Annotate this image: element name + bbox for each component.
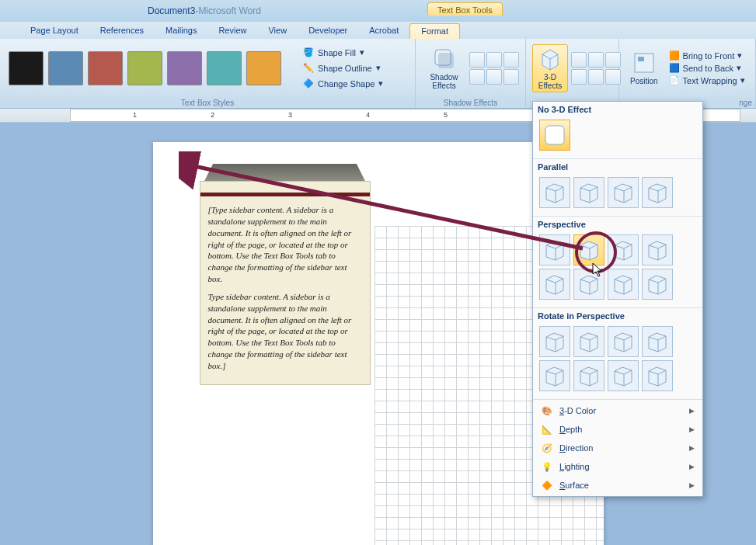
- sidebar-paragraph[interactable]: Type sidebar content. A sidebar is a sta…: [208, 291, 362, 372]
- 3d-tilt-4[interactable]: [571, 69, 587, 85]
- style-swatch-5[interactable]: [207, 51, 242, 85]
- position-button[interactable]: Position: [625, 49, 663, 87]
- bring-to-front-button[interactable]: 🟧 Bring to Front ▾: [667, 50, 747, 61]
- shadow-nudge-center[interactable]: [486, 52, 502, 68]
- group-label-styles: Text Box Styles: [0, 97, 415, 108]
- surface-icon: 🔶: [541, 479, 553, 491]
- perspective-grid-thumb-3[interactable]: [642, 234, 673, 266]
- document-title: Document3: [148, 5, 195, 16]
- dropdown-arrow-icon: ▾: [737, 50, 742, 61]
- tab-review[interactable]: Review: [207, 23, 257, 38]
- bucket-icon: 🪣: [303, 47, 314, 58]
- ruler-mark: 1: [133, 111, 137, 119]
- rotate-grid-thumb-0[interactable]: [539, 326, 570, 357]
- text-wrap-icon: 📄: [669, 75, 680, 85]
- surface-label: Surface: [559, 481, 589, 490]
- 3d-tilt-3[interactable]: [605, 52, 621, 68]
- lighting-icon: 💡: [541, 460, 553, 473]
- lighting-menu[interactable]: 💡 Lighting ▶: [533, 457, 702, 476]
- rotate-grid-thumb-7[interactable]: [642, 360, 673, 391]
- rotate-grid-thumb-5[interactable]: [573, 360, 604, 391]
- parallel-grid-thumb-3[interactable]: [642, 177, 673, 208]
- rotate-grid-thumb-3[interactable]: [642, 326, 673, 357]
- 3d-tilt-6[interactable]: [605, 69, 621, 85]
- group-label-shadow: Shadow Effects: [416, 97, 525, 108]
- tab-acrobat[interactable]: Acrobat: [358, 23, 409, 38]
- perspective-grid-thumb-5[interactable]: [573, 269, 604, 300]
- svg-marker-25: [580, 276, 597, 294]
- depth-menu[interactable]: 📐 Depth ▶: [533, 420, 702, 439]
- 3d-tilt-2[interactable]: [588, 52, 604, 68]
- shape-fill-label: Shape Fill: [318, 48, 356, 57]
- position-icon: [632, 50, 657, 75]
- perspective-grid-thumb-7[interactable]: [642, 269, 673, 300]
- send-to-back-button[interactable]: 🟦 Send to Back ▾: [667, 62, 747, 74]
- shape-fill-button[interactable]: 🪣 Shape Fill ▾: [300, 46, 386, 60]
- shadow-nudge-left[interactable]: [469, 69, 485, 85]
- direction-menu[interactable]: 🧭 Direction ▶: [533, 439, 702, 457]
- rotate-grid-thumb-2[interactable]: [608, 326, 639, 357]
- text-wrapping-button[interactable]: 📄 Text Wrapping ▾: [667, 75, 747, 86]
- sidebar-textbox[interactable]: [Type sidebar content. A sidebar is a st…: [200, 164, 371, 385]
- svg-marker-37: [649, 333, 666, 352]
- rotate-grid-thumb-4[interactable]: [539, 360, 570, 391]
- shadow-nudge-right[interactable]: [503, 52, 519, 68]
- tab-developer[interactable]: Developer: [298, 23, 358, 38]
- svg-marker-7: [546, 184, 563, 203]
- app-name: Microsoft Word: [198, 5, 260, 16]
- tab-mailings[interactable]: Mailings: [155, 23, 207, 38]
- style-swatch-0[interactable]: [9, 51, 44, 85]
- 3d-effects-button[interactable]: 3-D Effects: [532, 44, 568, 92]
- ruler-mark: 2: [211, 111, 214, 119]
- style-swatch-2[interactable]: [88, 51, 123, 85]
- svg-marker-29: [649, 276, 666, 294]
- svg-marker-15: [546, 241, 563, 260]
- parallel-grid-thumb-2[interactable]: [608, 177, 639, 208]
- shadow-effects-button[interactable]: Shadow Effects: [422, 45, 466, 92]
- perspective-grid-thumb-1[interactable]: [573, 234, 604, 266]
- svg-marker-33: [580, 333, 597, 352]
- dd-section-perspective: Perspective: [538, 220, 698, 229]
- shape-outline-button[interactable]: ✏️ Shape Outline ▾: [300, 61, 386, 75]
- svg-marker-45: [649, 367, 666, 386]
- change-shape-button[interactable]: 🔷 Change Shape ▾: [300, 77, 386, 91]
- parallel-grid-thumb-1[interactable]: [573, 177, 604, 208]
- 3d-none-thumb[interactable]: [539, 120, 570, 151]
- rotate-grid-thumb-1[interactable]: [573, 326, 604, 357]
- dd-footer: 🎨 3-D Color ▶ 📐 Depth ▶ 🧭 Direction ▶ 💡 …: [533, 400, 702, 496]
- tab-view[interactable]: View: [257, 23, 298, 38]
- style-swatch-3[interactable]: [127, 51, 162, 85]
- tab-page-layout[interactable]: Page Layout: [19, 23, 89, 38]
- title-bar: Document3 - Microsoft Word: [0, 0, 756, 22]
- 3d-color-menu[interactable]: 🎨 3-D Color ▶: [533, 401, 702, 420]
- tab-format[interactable]: Format: [409, 23, 460, 39]
- dropdown-arrow-icon: ▾: [740, 75, 745, 85]
- perspective-grid-thumb-6[interactable]: [608, 269, 639, 300]
- parallel-grid-thumb-0[interactable]: [539, 177, 570, 208]
- perspective-grid-thumb-2[interactable]: [608, 234, 639, 266]
- surface-menu[interactable]: 🔶 Surface ▶: [533, 476, 702, 495]
- style-swatch-4[interactable]: [167, 51, 202, 85]
- 3d-tilt-1[interactable]: [571, 52, 587, 68]
- svg-marker-13: [649, 184, 666, 203]
- svg-marker-39: [546, 367, 563, 386]
- perspective-grid-thumb-4[interactable]: [539, 269, 570, 300]
- svg-marker-31: [546, 333, 563, 352]
- perspective-grid-thumb-0[interactable]: [539, 234, 570, 266]
- text-wrap-label: Text Wrapping: [683, 76, 737, 85]
- rotate-grid-thumb-6[interactable]: [608, 360, 639, 391]
- color-icon: 🎨: [541, 404, 553, 417]
- group-textbox-styles: 🪣 Shape Fill ▾ ✏️ Shape Outline ▾ 🔷 Chan…: [0, 39, 416, 108]
- 3d-tilt-5[interactable]: [588, 69, 604, 85]
- shadow-nudge-corner[interactable]: [503, 69, 519, 85]
- shadow-nudge-up[interactable]: [469, 52, 485, 68]
- svg-rect-1: [438, 53, 454, 68]
- style-swatch-1[interactable]: [48, 51, 83, 85]
- send-back-icon: 🟦: [669, 63, 680, 73]
- svg-rect-4: [635, 54, 653, 72]
- style-swatch-6[interactable]: [246, 51, 281, 85]
- shadow-nudge-down[interactable]: [486, 69, 502, 85]
- direction-icon: 🧭: [541, 442, 553, 454]
- tab-references[interactable]: References: [89, 23, 155, 38]
- sidebar-paragraph[interactable]: [Type sidebar content. A sidebar is a st…: [208, 204, 362, 285]
